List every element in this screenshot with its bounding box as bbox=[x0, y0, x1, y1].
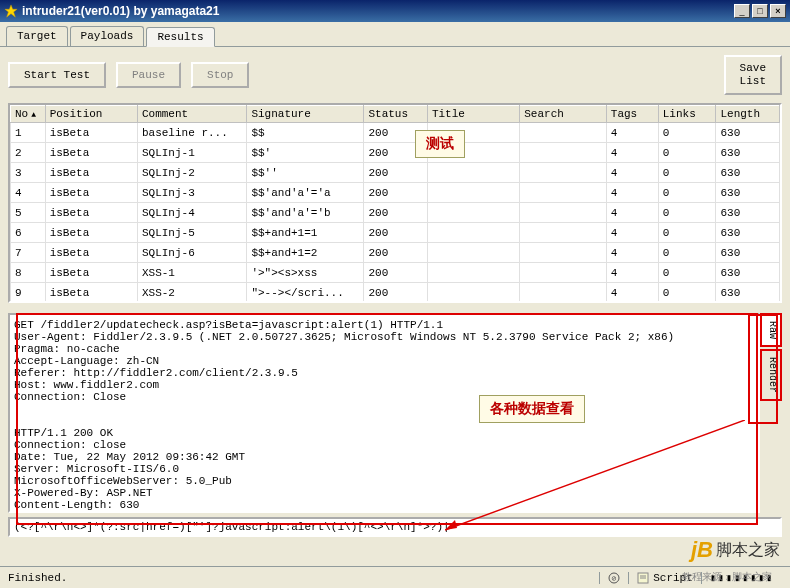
side-tab-render[interactable]: Render bbox=[760, 349, 782, 401]
col-tags[interactable]: Tags bbox=[606, 106, 658, 123]
table-row[interactable]: 8isBetaXSS-1'>"><s>xss20040630 bbox=[11, 263, 780, 283]
annotation-dataview: 各种数据查看 bbox=[479, 395, 585, 423]
col-comment[interactable]: Comment bbox=[137, 106, 246, 123]
start-test-button[interactable]: Start Test bbox=[8, 62, 106, 88]
detail-side-tabs: Raw Render bbox=[760, 313, 782, 513]
status-text: Finished. bbox=[8, 572, 599, 584]
table-row[interactable]: 9isBetaXSS-2">--></scri...20040630 bbox=[11, 283, 780, 303]
results-table: No▲PositionCommentSignatureStatusTitleSe… bbox=[10, 105, 780, 303]
main-tabs: Target Payloads Results bbox=[0, 22, 790, 47]
app-icon bbox=[4, 4, 18, 18]
table-row[interactable]: 2isBetaSQLInj-1$$'20040630 bbox=[11, 143, 780, 163]
toolbar: Start Test Pause Stop Save List bbox=[0, 47, 790, 103]
col-status[interactable]: Status bbox=[364, 106, 427, 123]
col-title[interactable]: Title bbox=[427, 106, 519, 123]
status-bar: Finished. ⊘ Script ▮▮▮▮▮▮▮▮ bbox=[0, 566, 790, 588]
table-row[interactable]: 1isBetabaseline r...$$20040630 bbox=[11, 123, 780, 143]
detail-panel: GET /fiddler2/updatecheck.asp?isBeta=jav… bbox=[8, 313, 782, 513]
col-no[interactable]: No▲ bbox=[11, 106, 46, 123]
table-row[interactable]: 7isBetaSQLInj-6$$+and+1=220040630 bbox=[11, 243, 780, 263]
col-links[interactable]: Links bbox=[658, 106, 716, 123]
annotation-test: 测试 bbox=[415, 130, 465, 158]
save-list-button[interactable]: Save List bbox=[724, 55, 782, 95]
pause-button: Pause bbox=[116, 62, 181, 88]
watermark: jB 脚本之家 bbox=[691, 537, 780, 563]
col-search[interactable]: Search bbox=[520, 106, 607, 123]
svg-marker-0 bbox=[5, 5, 17, 17]
stop-button: Stop bbox=[191, 62, 249, 88]
table-row[interactable]: 6isBetaSQLInj-5$$+and+1=120040630 bbox=[11, 223, 780, 243]
tab-payloads[interactable]: Payloads bbox=[70, 26, 145, 46]
col-length[interactable]: Length bbox=[716, 106, 780, 123]
minimize-button[interactable]: _ bbox=[734, 4, 750, 18]
table-row[interactable]: 4isBetaSQLInj-3$$'and'a'='a20040630 bbox=[11, 183, 780, 203]
col-position[interactable]: Position bbox=[45, 106, 137, 123]
regex-input[interactable] bbox=[8, 517, 782, 537]
close-button[interactable]: × bbox=[770, 4, 786, 18]
svg-text:⊘: ⊘ bbox=[612, 574, 617, 583]
maximize-button[interactable]: □ bbox=[752, 4, 768, 18]
tab-target[interactable]: Target bbox=[6, 26, 68, 46]
results-table-container[interactable]: No▲PositionCommentSignatureStatusTitleSe… bbox=[8, 103, 782, 303]
col-signature[interactable]: Signature bbox=[247, 106, 364, 123]
table-row[interactable]: 5isBetaSQLInj-4$$'and'a'='b20040630 bbox=[11, 203, 780, 223]
side-tab-raw[interactable]: Raw bbox=[760, 313, 782, 347]
tab-results[interactable]: Results bbox=[146, 27, 214, 47]
titlebar: intruder21(ver0.01) by yamagata21 _ □ × bbox=[0, 0, 790, 22]
table-row[interactable]: 3isBetaSQLInj-2$$''20040630 bbox=[11, 163, 780, 183]
script-icon bbox=[637, 572, 649, 584]
status-control-icon: ⊘ bbox=[599, 572, 628, 584]
window-title: intruder21(ver0.01) by yamagata21 bbox=[22, 4, 732, 18]
watermark-sub: 教程来源：脚本之家 bbox=[682, 570, 772, 584]
detail-text[interactable]: GET /fiddler2/updatecheck.asp?isBeta=jav… bbox=[8, 313, 760, 513]
